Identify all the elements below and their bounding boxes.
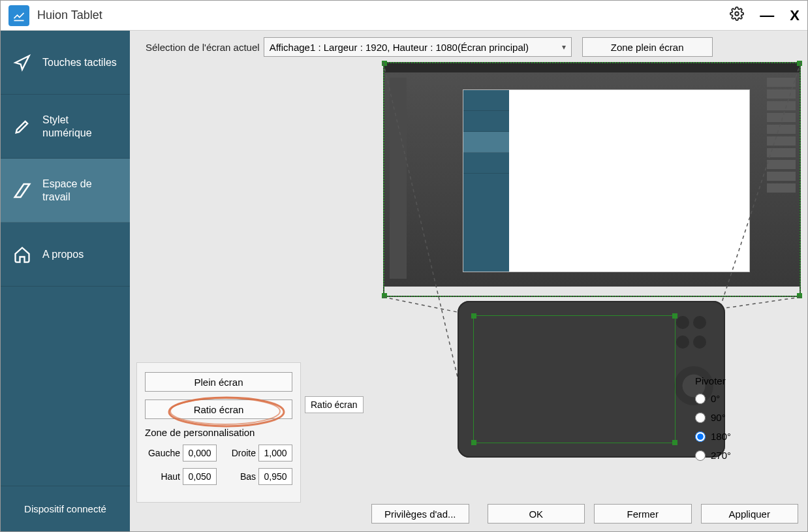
sidebar-item-label: Touches tactiles [42, 56, 117, 69]
screen-preview[interactable] [383, 62, 801, 297]
sidebar-item-about[interactable]: A propos [1, 223, 130, 287]
fullscreen-zone-button[interactable]: Zone plein écran [582, 37, 713, 57]
titlebar: Huion Tablet — X [1, 1, 807, 31]
sidebar-item-label: A propos [42, 248, 84, 261]
screen-select-label: Sélection de l'écran actuel [146, 42, 260, 53]
rotate-180[interactable]: 180° [695, 431, 800, 442]
tablet-active-area[interactable] [473, 315, 676, 443]
app-logo [8, 5, 29, 26]
ok-button[interactable]: OK [488, 504, 585, 524]
right-label: Droite [221, 448, 256, 458]
screen-select-row: Sélection de l'écran actuel Affichage1 :… [130, 31, 807, 62]
apply-button[interactable]: Appliquer [701, 504, 799, 524]
home-icon [11, 243, 33, 266]
chevron-down-icon: ▾ [562, 42, 566, 52]
sidebar-item-stylet[interactable]: Stylet numérique [1, 95, 130, 159]
window-title: Huion Tablet [37, 8, 730, 22]
screen-select-value: Affichage1 : Largeur : 1920, Hauteur : 1… [270, 42, 529, 53]
sidebar-item-label: Espace de travail [42, 178, 118, 204]
custom-zone-label: Zone de personnalisation [145, 427, 292, 438]
rotate-0[interactable]: 0° [695, 393, 800, 404]
device-status: Dispositif connecté [1, 486, 130, 531]
screen-select-dropdown[interactable]: Affichage1 : Largeur : 1920, Hauteur : 1… [264, 37, 572, 57]
workspace-panel: Plein écran Ratio écran Zone de personna… [130, 62, 807, 496]
main-area: Sélection de l'écran actuel Affichage1 :… [130, 31, 807, 531]
ratio-tooltip: Ratio écran [305, 396, 364, 413]
app-window: Huion Tablet — X Touches tactiles Stylet… [0, 0, 808, 532]
area-controls: Plein écran Ratio écran Zone de personna… [136, 362, 301, 503]
rotate-header: Pivoter [695, 375, 800, 386]
sidebar: Touches tactiles Stylet numérique Espace… [1, 31, 130, 531]
sidebar-item-workspace[interactable]: Espace de travail [1, 159, 130, 223]
close-button[interactable]: Fermer [594, 504, 692, 524]
right-input[interactable] [258, 445, 292, 462]
minimize-icon[interactable]: — [760, 7, 774, 24]
full-screen-button[interactable]: Plein écran [145, 372, 292, 392]
sidebar-item-touches[interactable]: Touches tactiles [1, 31, 130, 95]
cursor-icon [11, 52, 33, 74]
close-icon[interactable]: X [790, 7, 800, 24]
privileges-button[interactable]: Privilèges d'ad... [371, 504, 469, 524]
bottom-input[interactable] [258, 468, 292, 485]
workspace-icon [11, 180, 33, 202]
rotate-270[interactable]: 270° [695, 450, 800, 461]
tablet-preview[interactable] [458, 301, 725, 458]
pencil-icon [11, 116, 33, 138]
left-label: Gauche [145, 448, 180, 458]
top-label: Haut [145, 471, 180, 482]
left-input[interactable] [183, 445, 217, 462]
ratio-button[interactable]: Ratio écran [145, 399, 292, 419]
gear-icon[interactable] [730, 7, 744, 25]
svg-point-0 [736, 12, 739, 16]
top-input[interactable] [183, 468, 217, 485]
sidebar-item-label: Stylet numérique [42, 114, 118, 140]
bottom-label: Bas [221, 471, 256, 482]
rotate-panel: Pivoter 0° 90° 180° 270° [695, 375, 800, 469]
rotate-90[interactable]: 90° [695, 412, 800, 423]
